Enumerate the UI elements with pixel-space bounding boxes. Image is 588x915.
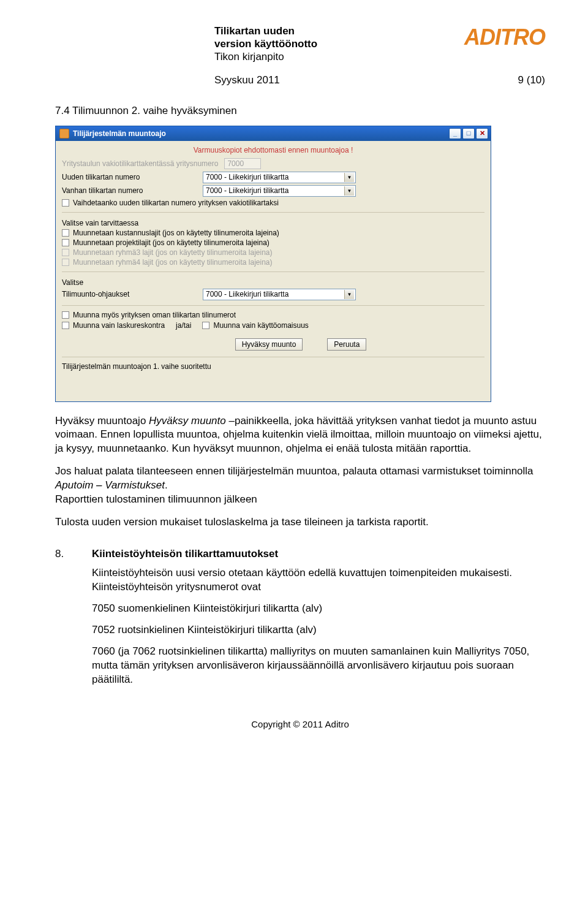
dialog-status: Tilijärjestelmän muuntoajon 1. vaihe suo… xyxy=(62,362,484,371)
kustannuslajit-label: Muunnetaan kustannuslajit (jos on käytet… xyxy=(73,229,279,237)
vaihdetaanko-checkbox[interactable] xyxy=(62,199,69,207)
ohjaukset-value: 7000 - Liikekirjuri tilikartta xyxy=(206,290,288,298)
maximize-button[interactable]: □ xyxy=(462,128,475,139)
dialog-titlebar[interactable]: Tilijärjestelmän muuntoajo _ □ ✕ xyxy=(56,126,491,141)
doc-date: Syyskuu 2011 xyxy=(214,74,280,86)
chevron-down-icon: ▼ xyxy=(344,186,354,196)
jatai-label: ja/tai xyxy=(176,321,191,330)
muunna-kayttoomaisuus-label: Muunna vain käyttöomaisuus xyxy=(213,321,308,330)
ohjaukset-combo[interactable]: 7000 - Liikekirjuri tilikartta ▼ xyxy=(203,289,356,300)
section-8-p1: Kiinteistöyhteisön uusi versio otetaan k… xyxy=(92,566,545,594)
ryhma4-checkbox xyxy=(62,259,69,266)
app-icon xyxy=(59,129,69,139)
chevron-down-icon: ▼ xyxy=(344,290,354,299)
paragraph-1: Hyväksy muuntoajo Hyväksy muunto –painik… xyxy=(55,414,545,457)
muunna-oman-label: Muunna myös yrityksen oman tilikartan ti… xyxy=(73,311,236,319)
dialog-title: Tilijärjestelmän muuntoajo xyxy=(73,129,166,138)
doc-subtitle: Tikon kirjanpito xyxy=(214,51,317,63)
vanhan-tilikartan-value: 7000 - Liikekirjuri tilikartta xyxy=(206,186,288,195)
vanhan-tilikartan-combo[interactable]: 7000 - Liikekirjuri tilikartta ▼ xyxy=(203,185,356,197)
yritysnumero-field: 7000 xyxy=(224,158,261,169)
projektilajit-label: Muunnetaan projektilajit (jos on käytett… xyxy=(73,238,270,247)
doc-title-line1: Tilikartan uuden xyxy=(214,25,317,37)
ryhma3-checkbox xyxy=(62,249,69,256)
paragraph-3: Tulosta uuden version mukaiset tuloslask… xyxy=(55,515,545,530)
muunna-laskureskontra-label: Muunna vain laskureskontra xyxy=(73,321,165,330)
kustannuslajit-checkbox[interactable] xyxy=(62,229,69,237)
yritysnumero-row: Yritystaulun vakiotilikarttakentässä yri… xyxy=(62,158,484,169)
doc-title-line2: version käyttöönotto xyxy=(214,37,317,50)
vanhan-tilikartan-label: Vanhan tilikartan numero xyxy=(62,186,203,195)
muunna-oman-checkbox[interactable] xyxy=(62,311,69,319)
doc-page-number: 9 (10) xyxy=(518,74,545,86)
dialog-window: Tilijärjestelmän muuntoajo _ □ ✕ Varmuus… xyxy=(55,126,491,402)
hyvaksy-muunto-button[interactable]: Hyväksy muunto xyxy=(235,338,303,351)
page-header: Tilikartan uuden version käyttöönotto Ti… xyxy=(55,25,545,63)
yritysnumero-label: Yritystaulun vakiotilikarttakentässä yri… xyxy=(62,159,218,168)
minimize-button[interactable]: _ xyxy=(449,128,461,139)
section-7-4-heading: 7.4 Tilimuunnon 2. vaihe hyväksyminen xyxy=(55,105,545,117)
date-page-row: Syyskuu 2011 9 (10) xyxy=(55,74,545,86)
paragraph-2: Jos haluat palata tilanteeseen ennen til… xyxy=(55,465,545,507)
aditro-logo: ADITRO xyxy=(464,25,545,50)
section-8-p2: 7050 suomenkielinen Kiinteistökirjuri ti… xyxy=(92,602,545,616)
ryhma3-label: Muunnetaan ryhmä3 lajit (jos on käytetty… xyxy=(73,248,273,257)
peruuta-button[interactable]: Peruuta xyxy=(327,338,366,351)
projektilajit-checkbox[interactable] xyxy=(62,239,69,246)
ohjaukset-label: Tilimuunto-ohjaukset xyxy=(62,290,203,298)
uuden-tilikartan-label: Uuden tilikartan numero xyxy=(62,173,203,181)
backup-warning: Varmuuskopiot ehdottomasti ennen muuntoa… xyxy=(62,146,484,154)
valitse-tarvittaessa-label: Valitse vain tarvittaessa xyxy=(62,219,484,227)
muunna-laskureskontra-checkbox[interactable] xyxy=(62,322,69,329)
section-8-number: 8. xyxy=(55,548,92,694)
section-8-p3: 7052 ruotsinkielinen Kiinteistökirjuri t… xyxy=(92,623,545,637)
vaihdetaanko-label: Vaihdetaanko uuden tilikartan numero yri… xyxy=(73,199,279,207)
uuden-tilikartan-combo[interactable]: 7000 - Liikekirjuri tilikartta ▼ xyxy=(203,172,356,183)
valitse-label: Valitse xyxy=(62,278,484,287)
page-footer: Copyright © 2011 Aditro xyxy=(55,719,545,729)
ryhma4-label: Muunnetaan ryhmä4 lajit (jos on käytetty… xyxy=(73,258,273,267)
uuden-tilikartan-value: 7000 - Liikekirjuri tilikartta xyxy=(206,173,288,181)
muunna-kayttoomaisuus-checkbox[interactable] xyxy=(202,322,209,329)
section-8-p4: 7060 (ja 7062 ruotsinkielinen tilikartta… xyxy=(92,645,545,687)
close-button[interactable]: ✕ xyxy=(476,128,488,139)
section-8-title: Kiinteistöyhteisön tilikarttamuutokset xyxy=(92,548,545,560)
chevron-down-icon: ▼ xyxy=(344,173,354,182)
